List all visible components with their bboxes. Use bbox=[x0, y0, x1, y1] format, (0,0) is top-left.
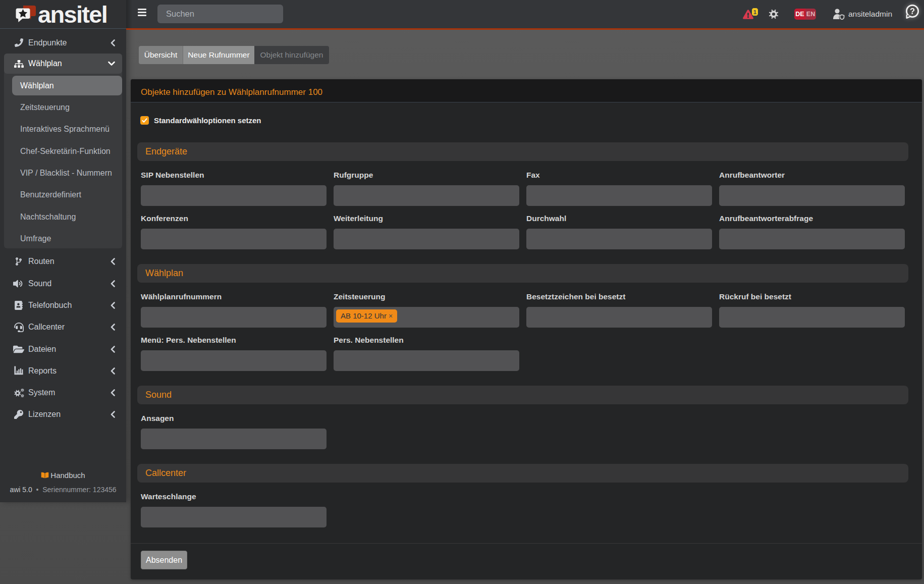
svg-text:?: ? bbox=[910, 7, 915, 16]
